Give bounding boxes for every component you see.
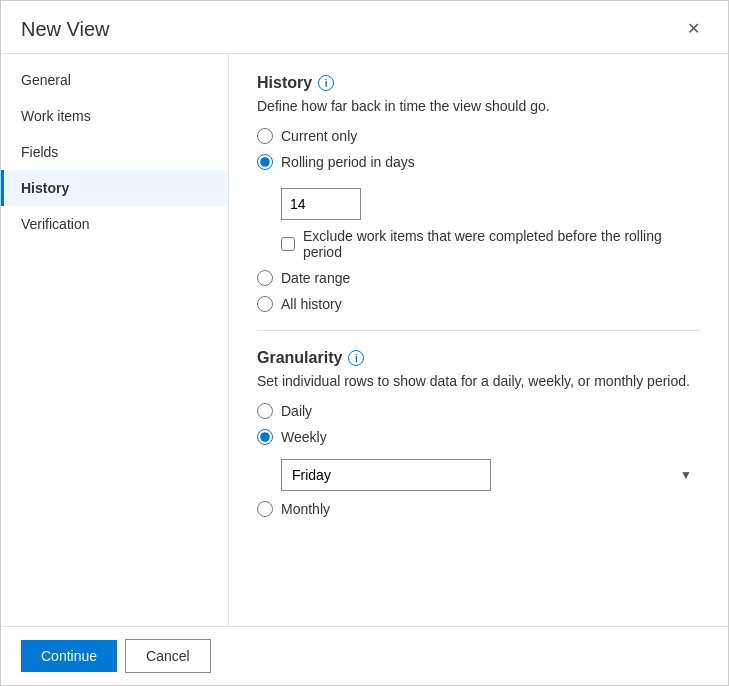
exclude-checkbox-item[interactable]: Exclude work items that were completed b… [281,228,700,260]
section-divider [257,330,700,331]
main-content: History i Define how far back in time th… [229,54,728,626]
history-radio-all-history[interactable] [257,296,273,312]
dialog-body: General Work items Fields History Verifi… [1,54,728,626]
granularity-title: Granularity [257,349,342,367]
granularity-option-daily[interactable]: Daily [257,403,700,419]
history-options: Current only Rolling period in days Excl… [257,128,700,312]
history-title: History [257,74,312,92]
sidebar-item-history[interactable]: History [1,170,228,206]
granularity-section: Granularity i Set individual rows to sho… [257,349,700,517]
history-section-header: History i [257,74,700,92]
weekly-label: Weekly [281,429,327,445]
history-radio-rolling-period[interactable] [257,154,273,170]
sidebar-item-verification[interactable]: Verification [1,206,228,242]
granularity-option-weekly[interactable]: Weekly [257,429,700,445]
history-option-all-history[interactable]: All history [257,296,700,312]
daily-label: Daily [281,403,312,419]
granularity-option-monthly[interactable]: Monthly [257,501,700,517]
history-option-rolling-period[interactable]: Rolling period in days [257,154,700,170]
history-description: Define how far back in time the view sho… [257,98,700,114]
history-radio-current-only[interactable] [257,128,273,144]
rolling-period-label: Rolling period in days [281,154,415,170]
close-button[interactable]: ✕ [679,17,708,41]
sidebar-item-fields[interactable]: Fields [1,134,228,170]
all-history-label: All history [281,296,342,312]
sidebar-item-work-items[interactable]: Work items [1,98,228,134]
history-info-icon[interactable]: i [318,75,334,91]
granularity-info-icon[interactable]: i [348,350,364,366]
rolling-days-input[interactable] [281,188,361,220]
dialog-header: New View ✕ [1,1,728,54]
granularity-radio-monthly[interactable] [257,501,273,517]
date-range-label: Date range [281,270,350,286]
sidebar-item-general[interactable]: General [1,62,228,98]
history-option-current-only[interactable]: Current only [257,128,700,144]
dialog-title: New View [21,18,110,41]
rolling-period-options: Exclude work items that were completed b… [281,188,700,260]
history-radio-date-range[interactable] [257,270,273,286]
exclude-label: Exclude work items that were completed b… [303,228,700,260]
dialog-footer: Continue Cancel [1,626,728,685]
granularity-section-header: Granularity i [257,349,700,367]
sidebar: General Work items Fields History Verifi… [1,54,229,626]
granularity-options: Daily Weekly Monday Tuesday Wednesday [257,403,700,517]
history-option-date-range[interactable]: Date range [257,270,700,286]
granularity-radio-weekly[interactable] [257,429,273,445]
current-only-label: Current only [281,128,357,144]
monthly-label: Monthly [281,501,330,517]
exclude-checkbox[interactable] [281,237,295,251]
select-chevron-icon: ▼ [680,468,692,482]
granularity-description: Set individual rows to show data for a d… [257,373,700,389]
granularity-radio-daily[interactable] [257,403,273,419]
week-start-wrapper: Monday Tuesday Wednesday Thursday Friday… [281,459,700,491]
cancel-button[interactable]: Cancel [125,639,211,673]
new-view-dialog: New View ✕ General Work items Fields His… [0,0,729,686]
week-start-select[interactable]: Monday Tuesday Wednesday Thursday Friday… [281,459,491,491]
continue-button[interactable]: Continue [21,640,117,672]
